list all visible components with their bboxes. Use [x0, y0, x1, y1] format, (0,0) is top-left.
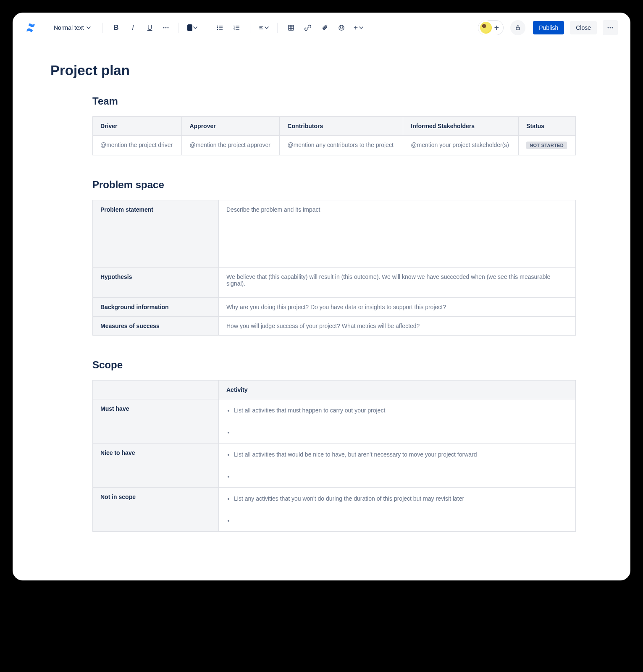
scope-table[interactable]: Activity Must have List all activities t… [92, 380, 576, 532]
table-row[interactable]: Background information Why are you doing… [93, 298, 576, 317]
svg-point-5 [217, 27, 218, 29]
attachment-button[interactable] [318, 21, 331, 34]
svg-rect-12 [236, 27, 239, 28]
table-row[interactable]: Not in scope List any activities that yo… [93, 488, 576, 532]
svg-point-1 [165, 27, 166, 29]
status-badge[interactable]: NOT STARTED [526, 142, 567, 149]
scope-label[interactable]: Not in scope [93, 488, 219, 532]
problem-table[interactable]: Problem statement Describe the problem a… [92, 200, 576, 336]
svg-point-3 [217, 26, 218, 27]
problem-value[interactable]: Describe the problem and its impact [219, 200, 576, 268]
problem-label[interactable]: Measures of success [93, 317, 219, 336]
svg-rect-16 [259, 27, 262, 28]
toolbar-separator [178, 23, 179, 33]
svg-point-31 [612, 27, 613, 29]
svg-rect-4 [219, 26, 223, 26]
close-button[interactable]: Close [570, 21, 597, 34]
numbered-list-button[interactable]: 123 [230, 21, 243, 34]
problem-heading: Problem space [92, 179, 576, 191]
chevron-down-icon [359, 26, 363, 30]
team-cell-status[interactable]: NOT STARTED [519, 136, 576, 155]
restrictions-button[interactable] [510, 20, 525, 35]
team-cell-contributors[interactable]: @mention any contributors to the project [280, 136, 403, 155]
table-row[interactable]: @mention the project driver @mention the… [93, 136, 576, 155]
svg-point-25 [342, 27, 342, 27]
team-header-contributors: Contributors [280, 117, 403, 136]
italic-button[interactable]: I [126, 21, 140, 34]
scope-value[interactable]: List any activities that you won't do du… [219, 488, 576, 532]
list-item[interactable] [234, 517, 568, 524]
team-section: Team Driver Approver Contributors Inform… [92, 95, 576, 155]
editor-toolbar: Normal text B I U 123 [13, 13, 630, 42]
toolbar-separator [277, 23, 278, 33]
team-header-stakeholders: Informed Stakeholders [403, 117, 519, 136]
scope-value[interactable]: List all activities that would be nice t… [219, 444, 576, 488]
svg-point-7 [217, 29, 218, 30]
svg-point-0 [163, 27, 164, 29]
svg-rect-8 [219, 29, 223, 29]
table-row[interactable]: Hypothesis We believe that (this capabil… [93, 268, 576, 298]
problem-label[interactable]: Background information [93, 298, 219, 317]
svg-point-30 [610, 27, 611, 29]
alignment-button[interactable] [257, 21, 270, 34]
list-item[interactable] [234, 473, 568, 480]
bullet-list-button[interactable] [213, 21, 226, 34]
team-header-approver: Approver [182, 117, 280, 136]
table-row[interactable]: Problem statement Describe the problem a… [93, 200, 576, 268]
problem-value[interactable]: We believe that (this capability) will r… [219, 268, 576, 298]
table-button[interactable] [284, 21, 298, 34]
more-actions-button[interactable] [603, 20, 618, 35]
problem-value[interactable]: How you will judge success of your proje… [219, 317, 576, 336]
chevron-down-icon [265, 26, 269, 30]
problem-label[interactable]: Hypothesis [93, 268, 219, 298]
toolbar-separator [206, 23, 206, 33]
publish-button[interactable]: Publish [533, 21, 564, 34]
table-row[interactable]: Measures of success How you will judge s… [93, 317, 576, 336]
editor-window: Normal text B I U 123 [13, 13, 630, 580]
svg-rect-28 [516, 27, 520, 30]
svg-text:3: 3 [234, 28, 235, 31]
team-header-driver: Driver [93, 117, 182, 136]
table-row[interactable]: Must have List all activities that must … [93, 399, 576, 444]
scope-label[interactable]: Must have [93, 399, 219, 444]
svg-rect-17 [259, 29, 263, 29]
link-button[interactable] [301, 21, 315, 34]
team-heading: Team [92, 95, 576, 107]
toolbar-separator [102, 23, 103, 33]
svg-rect-15 [259, 26, 263, 26]
scope-value[interactable]: List all activities that must happen to … [219, 399, 576, 444]
problem-label[interactable]: Problem statement [93, 200, 219, 268]
underline-button[interactable]: U [143, 21, 157, 34]
page-content[interactable]: Project plan Team Driver Approver Contri… [13, 42, 630, 580]
emoji-button[interactable] [335, 21, 348, 34]
list-item[interactable]: List all activities that must happen to … [234, 407, 568, 414]
list-item[interactable] [234, 429, 568, 436]
color-swatch-icon [187, 24, 192, 31]
text-style-dropdown[interactable]: Normal text [52, 23, 92, 33]
team-cell-driver[interactable]: @mention the project driver [93, 136, 182, 155]
list-item[interactable]: List all activities that would be nice t… [234, 451, 568, 458]
confluence-logo-icon [25, 22, 36, 33]
insert-button[interactable] [352, 21, 365, 34]
team-cell-stakeholders[interactable]: @mention your project stakeholder(s) [403, 136, 519, 155]
bold-button[interactable]: B [110, 21, 123, 34]
svg-point-23 [339, 25, 344, 30]
more-formatting-button[interactable] [160, 21, 172, 34]
scope-label[interactable]: Nice to have [93, 444, 219, 488]
svg-point-2 [167, 27, 168, 29]
svg-rect-10 [236, 26, 239, 26]
problem-value[interactable]: Why are you doing this project? Do you h… [219, 298, 576, 317]
text-color-button[interactable] [186, 21, 199, 34]
team-cell-approver[interactable]: @mention the project approver [182, 136, 280, 155]
svg-rect-18 [289, 25, 294, 30]
table-row[interactable]: Nice to have List all activities that wo… [93, 444, 576, 488]
team-table[interactable]: Driver Approver Contributors Informed St… [92, 116, 576, 155]
team-header-status: Status [519, 117, 576, 136]
add-collaborator-button[interactable]: + [478, 20, 504, 35]
scope-header-activity: Activity [219, 381, 576, 399]
page-title[interactable]: Project plan [50, 63, 593, 79]
svg-point-24 [340, 27, 341, 27]
scope-heading: Scope [92, 359, 576, 371]
list-item[interactable]: List any activities that you won't do du… [234, 495, 568, 502]
chevron-down-icon [193, 26, 197, 30]
